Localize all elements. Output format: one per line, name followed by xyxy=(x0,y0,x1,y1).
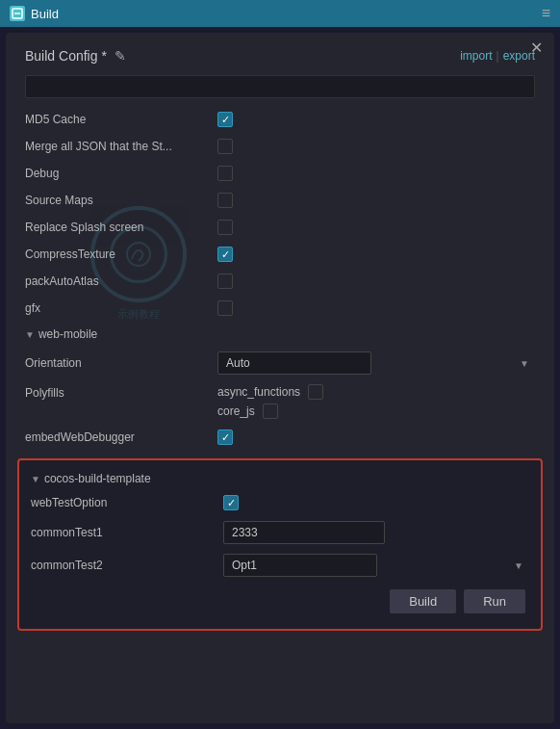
import-button[interactable]: import xyxy=(460,49,492,63)
orientation-label: Orientation xyxy=(25,356,217,370)
md5-cache-row: MD5 Cache xyxy=(13,106,547,133)
compress-texture-control xyxy=(217,247,535,262)
core-js-checkbox[interactable] xyxy=(263,404,278,419)
debug-label: Debug xyxy=(25,167,217,180)
gfx-row: gfx xyxy=(13,295,547,322)
web-test-option-checkbox[interactable] xyxy=(223,495,239,510)
build-icon xyxy=(10,6,25,21)
common-test1-row: commonTest1 xyxy=(19,516,541,549)
cocos-section-header[interactable]: ▼ cocos-build-template xyxy=(19,468,541,489)
common-test2-row: commonTest2 Opt1 Opt2 Opt3 ▼ xyxy=(19,549,541,582)
orientation-select-arrow: ▼ xyxy=(520,358,529,369)
cocos-build-template-section: ▼ cocos-build-template webTestOption com… xyxy=(17,458,543,631)
top-search-input[interactable] xyxy=(25,75,535,98)
edit-icon[interactable]: ✎ xyxy=(115,48,126,64)
replace-splash-label: Replace Splash screen xyxy=(25,221,217,234)
embed-web-debugger-control xyxy=(217,430,535,445)
core-js-item: core_js xyxy=(217,404,323,419)
compress-texture-row: CompressTexture xyxy=(13,241,547,268)
replace-splash-checkbox[interactable] xyxy=(217,220,233,235)
web-test-option-row: webTestOption xyxy=(19,489,541,516)
debug-control xyxy=(217,166,535,181)
debug-row: Debug xyxy=(13,160,547,187)
import-export-area: import | export xyxy=(460,49,535,63)
embed-web-debugger-checkbox[interactable] xyxy=(217,430,233,445)
pack-auto-atlas-row: packAutoAtlas xyxy=(13,268,547,295)
pack-auto-atlas-checkbox[interactable] xyxy=(217,273,233,289)
panel-title-text: Build Config * xyxy=(25,48,107,64)
common-test1-label: commonTest1 xyxy=(31,526,223,539)
replace-splash-control xyxy=(217,220,535,235)
compress-texture-checkbox[interactable] xyxy=(217,247,233,262)
title-bar-label: Build xyxy=(31,7,59,21)
web-mobile-arrow: ▼ xyxy=(25,329,35,340)
async-functions-item: async_functions xyxy=(217,384,323,400)
close-button[interactable]: ✕ xyxy=(530,40,543,56)
md5-cache-label: MD5 Cache xyxy=(25,113,217,126)
merge-json-control xyxy=(217,139,535,154)
footer-buttons: Build Run xyxy=(19,582,541,621)
replace-splash-row: Replace Splash screen xyxy=(13,214,547,241)
common-test2-select[interactable]: Opt1 Opt2 Opt3 xyxy=(223,554,377,577)
async-functions-checkbox[interactable] xyxy=(308,384,323,400)
common-test2-control: Opt1 Opt2 Opt3 ▼ xyxy=(223,554,529,577)
source-maps-control xyxy=(217,193,535,208)
title-bar-left: Build xyxy=(10,6,59,21)
orientation-row: Orientation Auto Portrait Landscape ▼ xyxy=(13,347,547,379)
scroll-area: MD5 Cache Merge all JSON that the St... … xyxy=(6,71,554,669)
menu-icon[interactable]: ≡ xyxy=(542,5,550,22)
md5-cache-checkbox[interactable] xyxy=(217,112,233,127)
source-maps-row: Source Maps xyxy=(13,187,547,214)
title-bar: Build ≡ xyxy=(0,0,560,27)
polyfills-items: async_functions core_js xyxy=(217,384,323,419)
md5-cache-control xyxy=(217,112,535,127)
top-input-row xyxy=(13,71,547,106)
panel-title: Build Config * ✎ xyxy=(25,48,126,64)
web-mobile-section-header[interactable]: ▼ web-mobile xyxy=(13,322,547,347)
orientation-select[interactable]: Auto Portrait Landscape xyxy=(217,351,371,375)
main-panel: ✕ Build Config * ✎ import | export MD5 C… xyxy=(6,33,554,723)
merge-json-checkbox[interactable] xyxy=(217,139,233,154)
separator: | xyxy=(496,49,499,63)
merge-json-row: Merge all JSON that the St... xyxy=(13,133,547,160)
common-test2-select-arrow: ▼ xyxy=(514,560,523,571)
orientation-control: Auto Portrait Landscape ▼ xyxy=(217,351,535,375)
pack-auto-atlas-label: packAutoAtlas xyxy=(25,274,217,288)
merge-json-label: Merge all JSON that the St... xyxy=(25,140,217,153)
web-mobile-label: web-mobile xyxy=(38,327,97,341)
common-test2-label: commonTest2 xyxy=(31,559,223,572)
build-button[interactable]: Build xyxy=(390,589,456,613)
polyfills-label: Polyfills xyxy=(25,384,217,400)
source-maps-label: Source Maps xyxy=(25,194,217,207)
web-test-option-control xyxy=(223,495,529,510)
web-test-option-label: webTestOption xyxy=(31,496,223,509)
embed-web-debugger-row: embedWebDebugger xyxy=(13,424,547,451)
polyfills-row: Polyfills async_functions core_js xyxy=(13,379,547,424)
common-test1-input[interactable] xyxy=(223,521,385,544)
cocos-section-label: cocos-build-template xyxy=(44,472,151,485)
cocos-section-arrow: ▼ xyxy=(31,474,40,484)
gfx-checkbox[interactable] xyxy=(217,300,233,316)
pack-auto-atlas-control xyxy=(217,273,535,289)
source-maps-checkbox[interactable] xyxy=(217,193,233,208)
core-js-label: core_js xyxy=(217,404,255,418)
run-button[interactable]: Run xyxy=(464,589,525,613)
panel-header: Build Config * ✎ import | export xyxy=(6,48,554,71)
compress-texture-label: CompressTexture xyxy=(25,247,217,261)
gfx-label: gfx xyxy=(25,301,217,315)
debug-checkbox[interactable] xyxy=(217,166,233,181)
common-test1-control xyxy=(223,521,529,544)
async-functions-label: async_functions xyxy=(217,385,300,399)
embed-web-debugger-label: embedWebDebugger xyxy=(25,430,217,444)
gfx-control xyxy=(217,300,535,316)
